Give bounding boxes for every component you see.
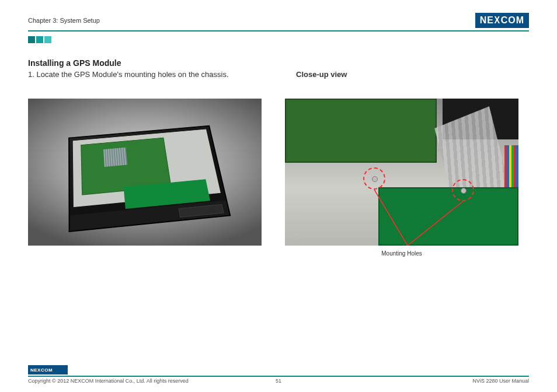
chapter-label: Chapter 3: System Setup [28,17,100,24]
deco-square-icon [44,36,51,43]
overview-photo [28,99,262,246]
page-number: 51 [276,378,281,384]
page-footer: NEXCOM Copyright © 2012 NEXCOM Internati… [28,365,529,384]
mounting-hole-marker [452,179,474,201]
copyright-text: Copyright © 2012 NEXCOM International Co… [28,378,189,384]
closeup-photo [285,99,518,246]
page-header: Chapter 3: System Setup NEXCOM [28,13,529,32]
step-text: 1. Locate the GPS Module's mounting hole… [28,70,261,79]
document-title: NViS 2280 User Manual [473,378,529,384]
deco-square-icon [28,36,35,43]
section-title: Installing a GPS Module [28,58,529,68]
mounting-holes-label: Mounting Holes [381,250,422,257]
closeup-view-label: Close-up view [296,70,529,79]
deco-square-icon [36,36,43,43]
decorative-squares [28,36,529,43]
footer-brand-logo: NEXCOM [28,365,68,374]
brand-logo: NEXCOM [475,13,529,28]
mounting-hole-marker [363,167,385,190]
